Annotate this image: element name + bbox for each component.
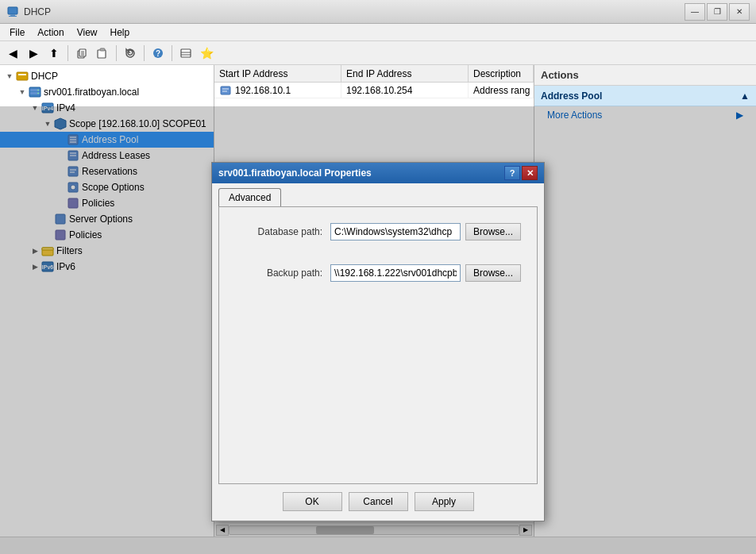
toolbar-copy[interactable] [72,44,91,63]
dialog-title: srv001.firatboyan.local Properties [218,167,504,179]
toolbar-sep-4 [172,45,172,61]
dialog-title-buttons: ? ✕ [504,166,538,180]
toolbar-up[interactable]: ⬆ [44,44,64,63]
expand-dhcp[interactable]: ▼ [3,70,16,83]
toolbar-refresh[interactable] [121,44,140,63]
cell-end-ip: 192.168.10.254 [341,83,469,98]
table-row[interactable]: 192.168.10.1 192.168.10.254 Address rang [214,83,534,98]
label-backup-path: Backup path: [235,267,322,279]
toolbar-forward[interactable]: ▶ [24,44,43,63]
modal-overlay: srv001.firatboyan.local Properties ? ✕ A… [0,106,756,554]
list-header: Start IP Address End IP Address Descript… [214,65,534,83]
label-database-path: Database path: [235,226,322,237]
restore-button[interactable]: ❐ [707,3,727,21]
toolbar-help[interactable]: ? [148,44,168,63]
dialog-close-button[interactable]: ✕ [522,166,538,180]
cell-start-ip: 192.168.10.1 [214,83,341,98]
main-layout: ▼ DHCP ▼ srv001.firatboyan.local ▼ IPv4 … [0,65,756,537]
toolbar-paste[interactable] [93,44,112,63]
svg-text:?: ? [156,49,160,58]
input-backup-path[interactable] [330,264,461,282]
svg-rect-0 [8,7,17,14]
svg-rect-44 [221,87,230,94]
app-icon [6,6,19,18]
toolbar-sep-1 [68,45,68,61]
tab-advanced[interactable]: Advanced [218,188,281,206]
collapse-icon: ▲ [740,90,750,102]
svg-rect-9 [100,48,105,51]
dialog-footer: OK Cancel Apply [212,484,544,521]
toolbar: ◀ ▶ ⬆ ? ⭐ [0,41,756,65]
dialog-content: Database path: Browse... Backup path: Br… [218,206,538,484]
toolbar-sep-3 [144,45,145,61]
tree-label-dhcp: DHCP [31,71,58,82]
input-database-path[interactable] [330,223,461,240]
title-bar: DHCP — ❐ ✕ [0,0,756,24]
toolbar-sep-2 [116,45,117,61]
svg-point-21 [37,93,39,94]
close-button[interactable]: ✕ [729,3,750,21]
col-description[interactable]: Description [469,65,534,82]
tree-label-server: srv001.firatboyan.local [44,87,139,98]
row-icon [219,84,232,97]
menu-view[interactable]: View [71,24,104,40]
icon-dhcp [16,70,29,83]
svg-rect-2 [9,16,17,17]
field-database-path: Database path: Browse... [235,223,521,240]
actions-title: Actions [541,69,579,81]
actions-section-label: Address Pool [541,90,602,102]
svg-point-20 [37,90,39,91]
expand-server[interactable]: ▼ [16,86,29,98]
browse-database-btn[interactable]: Browse... [465,223,521,240]
apply-button[interactable]: Apply [415,492,474,511]
cell-description: Address rang [469,83,534,98]
dialog: srv001.firatboyan.local Properties ? ✕ A… [211,162,545,521]
dialog-titlebar: srv001.firatboyan.local Properties ? ✕ [212,163,544,183]
actions-header: Actions [534,65,756,86]
actions-section-address-pool[interactable]: Address Pool ▲ [534,86,756,106]
ok-button[interactable]: OK [283,492,342,511]
menu-action[interactable]: Action [31,24,70,40]
svg-rect-12 [181,49,191,57]
cancel-button[interactable]: Cancel [349,492,408,511]
col-start-ip[interactable]: Start IP Address [214,65,341,82]
svg-rect-16 [18,74,26,75]
menu-file[interactable]: File [3,24,31,40]
menu-bar: File Action View Help [0,24,756,41]
menu-help[interactable]: Help [104,24,137,40]
svg-rect-1 [10,14,15,16]
toolbar-back[interactable]: ◀ [3,44,22,63]
tree-item-dhcp[interactable]: ▼ DHCP [0,68,214,84]
dialog-tabs: Advanced [212,183,544,206]
svg-rect-15 [17,72,28,80]
browse-backup-btn[interactable]: Browse... [465,264,521,282]
window-title: DHCP [24,6,51,17]
icon-server [29,86,41,98]
field-backup-path: Backup path: Browse... [235,264,521,282]
toolbar-extra1[interactable] [176,44,195,63]
window-controls: — ❐ ✕ [685,3,750,21]
tree-item-server[interactable]: ▼ srv001.firatboyan.local [0,84,214,100]
dialog-help-button[interactable]: ? [504,166,520,180]
minimize-button[interactable]: — [685,3,705,21]
toolbar-extra2[interactable]: ⭐ [197,44,216,63]
col-end-ip[interactable]: End IP Address [341,65,469,82]
